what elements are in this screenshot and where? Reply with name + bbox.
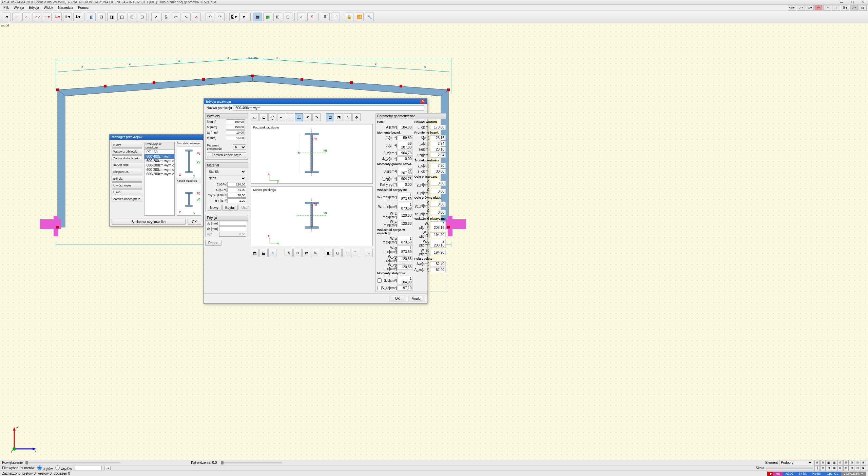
edit-dz-input[interactable] (219, 226, 246, 231)
view-3d-icon[interactable]: ◧ (87, 13, 96, 21)
angle-slider[interactable] (221, 462, 282, 463)
bt-5[interactable]: ⊡ (837, 460, 843, 465)
view-mode-2[interactable]: ⟋▾ (797, 5, 805, 11)
dim-tw-input[interactable] (226, 130, 245, 135)
minimize-button[interactable]: — (838, 0, 845, 4)
edit-a-input[interactable] (219, 232, 246, 237)
element-select[interactable]: Podpory (779, 460, 813, 465)
tool-uncheck-icon[interactable]: ✗ (307, 13, 316, 21)
menu-plik[interactable]: Plik (1, 5, 11, 10)
shape-angle-icon[interactable]: ⌐ (277, 113, 285, 121)
op-add-icon[interactable]: ＋ (365, 249, 373, 257)
tool-lock-icon[interactable]: 🔒 (345, 13, 353, 21)
view-mode-4[interactable]: ▪⊣ (814, 5, 823, 11)
dim-tf-input[interactable] (226, 136, 245, 140)
tool-table1-icon[interactable]: ▦ (253, 13, 262, 21)
shape-tee-icon[interactable]: ⊤ (286, 113, 294, 121)
material-class-select[interactable]: Stal EN (207, 169, 246, 174)
view-mode-9[interactable]: ⊟ (859, 5, 867, 11)
view-mode-1[interactable]: %◦▾ (788, 5, 796, 11)
op-rot-icon[interactable]: ↻ (285, 249, 293, 257)
tool-columns-icon[interactable]: ⊪▾ (63, 13, 72, 21)
manager-titlebar[interactable]: Manager przekrojów (110, 135, 203, 140)
manager-edit-button[interactable]: Edycja (112, 176, 142, 182)
sb-8[interactable]: ⊟ (855, 465, 860, 471)
mat-edit-button[interactable]: Edytuj (222, 205, 238, 211)
sb-2[interactable]: ⊞ (820, 465, 826, 471)
bt-6[interactable]: ⊞ (843, 460, 849, 465)
redo-shape-icon[interactable]: ↷ (312, 113, 321, 121)
sb-9[interactable]: ▣ (861, 465, 866, 471)
op-bottom-icon[interactable]: ⬓ (259, 249, 268, 257)
manager-section-list[interactable]: Przekroje w projekcie IPE 160 I600-400zm… (144, 142, 175, 216)
tool-report-icon[interactable]: 📄 (331, 13, 340, 21)
tool-db-icon[interactable]: 🗄▾ (229, 13, 238, 21)
editor-swap-button[interactable]: Zamień końce pręta (207, 152, 246, 158)
tool-load-icon[interactable]: ⇊▾ (53, 13, 62, 21)
maximize-button[interactable]: ☐ (849, 0, 856, 4)
view-mode-7[interactable]: ⌘▾ (841, 5, 849, 11)
tool-wifi-icon[interactable]: 📶 (355, 13, 364, 21)
op-flip-icon[interactable]: ⇅ (311, 249, 319, 257)
align-2-icon[interactable]: ⬔ (335, 113, 343, 121)
menu-pomoc[interactable]: Pomoc (76, 5, 91, 10)
manager-copy-button[interactable]: Utwórz kopię (112, 182, 142, 189)
mat-weight-input[interactable] (227, 193, 246, 198)
mat-g-input[interactable] (227, 187, 246, 192)
editor-titlebar[interactable]: Edycja przekroju ✕ (204, 99, 427, 104)
editor-close-icon[interactable]: ✕ (420, 99, 425, 103)
view-mode-5[interactable]: ↑⊣ (823, 5, 831, 11)
bt-8[interactable]: ⊡ (855, 460, 860, 465)
shape-channel-icon[interactable]: ⊏ (259, 113, 268, 121)
op-align1-icon[interactable]: ◧ (325, 249, 333, 257)
filter-nodes-radio[interactable]: węzłów (55, 465, 72, 471)
view-mode-3[interactable]: ⊞▾ (806, 5, 814, 11)
tool-coord-icon[interactable]: ⤡ (182, 13, 191, 21)
view-cube1-icon[interactable]: ◫ (117, 13, 126, 21)
manager-library-button[interactable]: Biblioteka użytkownika (112, 219, 186, 225)
close-button[interactable]: ✕ (860, 0, 867, 4)
pointer-icon[interactable]: ↖ (344, 113, 352, 121)
manager-export-button[interactable]: Eksport DXF (112, 169, 142, 175)
editor-report-button[interactable]: Raport (205, 240, 221, 246)
bt-2[interactable]: ⊟ (820, 460, 826, 465)
shape-ibeam-icon[interactable]: 工 (295, 113, 303, 121)
redo-icon[interactable]: ↷ (216, 13, 225, 21)
filter-go-button[interactable]: ⇥ (104, 466, 111, 470)
manager-insert-button[interactable]: Wstaw z biblioteki (112, 148, 142, 155)
list-item[interactable]: I600-400zm wym (144, 154, 174, 159)
sb-7[interactable]: ⊞ (849, 465, 854, 471)
op-scissors-icon[interactable]: ✂ (293, 249, 302, 257)
tool-slider-icon[interactable]: ⊟ (284, 13, 292, 21)
shape-rect-icon[interactable]: ▭ (251, 113, 259, 121)
manager-save-button[interactable]: Zapisz do biblioteki (112, 155, 142, 161)
editor-cancel-button[interactable]: Anuluj (408, 296, 425, 301)
tool-wrench-icon[interactable]: 🔧 (365, 13, 374, 21)
view-mode-8[interactable]: ⟋▾ (850, 5, 858, 11)
bt-3[interactable]: ◧ (826, 460, 831, 465)
undo-icon[interactable]: ↶ (206, 13, 214, 21)
bt-9[interactable]: ⊞ (861, 460, 866, 465)
list-item[interactable]: I600-200zm wym cz.1 (6... (144, 159, 174, 163)
editor-ok-button[interactable]: OK (389, 296, 406, 301)
view-wireframe-icon[interactable]: ⊡ (97, 13, 106, 21)
dim-h-input[interactable] (226, 119, 245, 124)
list-item[interactable]: I600-200zm wym cz.4 (3... (144, 172, 174, 176)
view-cube3-icon[interactable]: ⊟ (138, 13, 147, 21)
list-item[interactable]: IPE 160 (144, 150, 174, 154)
tool-results-icon[interactable]: ⊞ (273, 13, 282, 21)
shape-tube-icon[interactable]: ◯ (268, 113, 276, 121)
sb-3[interactable]: ⊟ (826, 465, 831, 471)
manager-delete-button[interactable]: Usuń (112, 189, 142, 195)
manager-import-button[interactable]: Import DXF (112, 162, 142, 168)
bt-7[interactable]: ⊟ (849, 460, 854, 465)
tool-line-icon[interactable]: ⟋ (12, 13, 21, 21)
manager-ok-button[interactable]: OK (188, 219, 201, 225)
bt-1[interactable]: ⊞ (814, 460, 820, 465)
undo-shape-icon[interactable]: ↶ (304, 113, 312, 121)
tool-move-icon[interactable]: ↗ (151, 13, 160, 21)
tool-cut-icon[interactable]: ✂ (172, 13, 180, 21)
tool-point-icon[interactable]: ·▾ (2, 13, 11, 21)
op-align2-icon[interactable]: ⊟ (333, 249, 342, 257)
menu-wersja[interactable]: Wersja (12, 5, 26, 10)
